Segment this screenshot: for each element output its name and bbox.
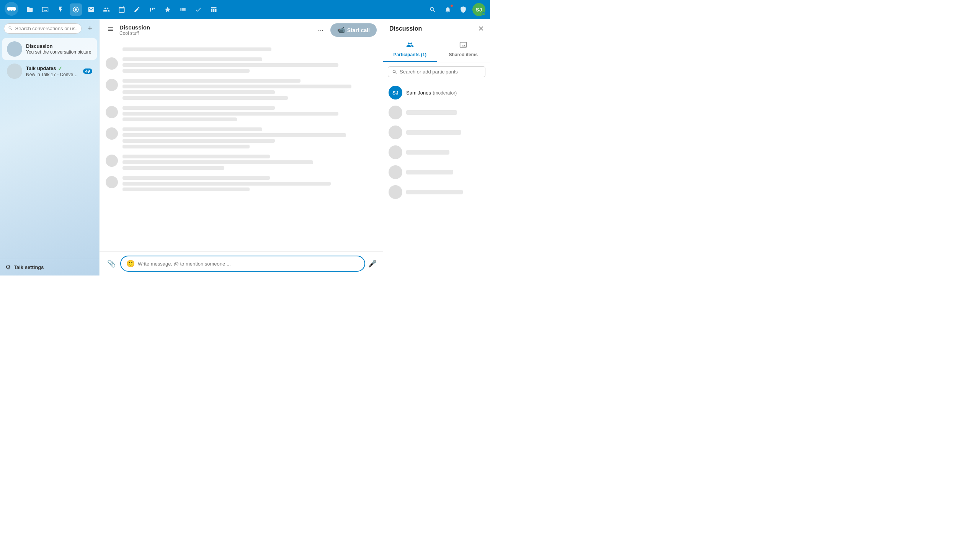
admin-icon[interactable] [457, 3, 469, 16]
message-input-wrap: 🙂 [120, 256, 365, 272]
message-line [122, 160, 313, 164]
close-panel-button[interactable]: ✕ [478, 24, 484, 33]
placeholder-name-line [406, 110, 457, 115]
placeholder-line [122, 47, 271, 51]
placeholder-avatar [389, 145, 402, 159]
message-line [122, 166, 224, 170]
toggle-sidebar-button[interactable] [106, 24, 116, 36]
placeholder-avatar [389, 165, 402, 179]
search-input[interactable] [15, 26, 77, 31]
discussion-subtitle: You set the conversation picture [26, 49, 92, 55]
sidebar-item-talk-updates[interactable]: Talk updates ✓ New in Talk 17 - Convers.… [2, 60, 97, 82]
message-line [122, 187, 250, 191]
notifications-icon[interactable] [442, 3, 454, 16]
discussion-title: Discussion [26, 43, 92, 49]
discussion-avatar [7, 41, 22, 57]
talk-updates-title: Talk updates ✓ [26, 65, 79, 72]
panel-tabs: Participants (1) Shared items [383, 37, 490, 62]
message-line [122, 106, 275, 110]
talk-updates-subtitle: New in Talk 17 - Convers... [26, 72, 79, 77]
placeholder-name-line [406, 150, 449, 155]
placeholder-avatar [389, 126, 402, 139]
photos-icon[interactable] [39, 3, 51, 16]
discussion-info: Discussion You set the conversation pict… [26, 43, 92, 55]
mail-icon[interactable] [85, 3, 97, 16]
talk-updates-info: Talk updates ✓ New in Talk 17 - Convers.… [26, 65, 79, 77]
talk-icon[interactable] [70, 3, 82, 16]
message-avatar [106, 106, 118, 118]
add-participants-input[interactable] [400, 69, 481, 75]
shared-items-tab-icon [459, 41, 467, 51]
shared-items-tab-label: Shared items [449, 52, 478, 57]
sidebar-search-row: + [0, 19, 99, 36]
mic-button[interactable]: 🎤 [368, 259, 377, 268]
participants-search[interactable] [388, 66, 485, 77]
bookmarks-icon[interactable] [162, 3, 174, 16]
settings-icon: ⚙ [5, 264, 11, 271]
new-conversation-button[interactable]: + [85, 23, 95, 34]
placeholder-info [406, 150, 485, 155]
chat-input-area: 📎 🙂 🎤 [100, 251, 383, 276]
search-icon[interactable] [426, 3, 439, 16]
start-call-button[interactable]: 📹 Start call [330, 23, 377, 37]
participant-list: SJ Sam Jones (moderator) [383, 81, 490, 276]
message-avatar [106, 176, 118, 188]
nextcloud-logo[interactable] [5, 2, 18, 17]
avatar-initials: SJ [476, 7, 482, 13]
chat-title: Discussion [119, 24, 310, 31]
right-panel: Discussion ✕ Participants (1) Shared ite… [383, 19, 490, 276]
message-line [122, 96, 288, 100]
message-line [122, 69, 250, 73]
list-item [383, 122, 490, 142]
checklist-icon[interactable] [192, 3, 204, 16]
placeholder-avatar [389, 106, 402, 119]
message-line [122, 139, 275, 143]
deck-icon[interactable] [146, 3, 158, 16]
sam-jones-name: Sam Jones [406, 90, 431, 96]
message-group [106, 106, 377, 121]
sam-jones-info: Sam Jones (moderator) [406, 89, 457, 96]
chat-messages [100, 41, 383, 251]
tables-icon[interactable] [207, 3, 220, 16]
chat-more-button[interactable]: ··· [314, 24, 327, 36]
placeholder-info [406, 170, 485, 174]
calendar-icon[interactable] [116, 3, 128, 16]
message-group [106, 57, 377, 73]
notes-icon[interactable] [131, 3, 143, 16]
message-avatar [106, 155, 118, 167]
files-icon[interactable] [24, 3, 36, 16]
emoji-button[interactable]: 🙂 [126, 259, 135, 268]
participant-sam-jones: SJ Sam Jones (moderator) [383, 83, 490, 103]
message-line [122, 79, 301, 83]
list-item [383, 182, 490, 202]
activity-icon[interactable] [54, 3, 67, 16]
message-line [122, 127, 262, 131]
conversations-search[interactable] [4, 23, 82, 34]
message-group [106, 127, 377, 148]
tasks-icon[interactable] [177, 3, 189, 16]
message-group [106, 79, 377, 100]
message-lines [122, 127, 377, 148]
placeholder-name-line [406, 130, 461, 135]
tab-shared-items[interactable]: Shared items [437, 37, 490, 62]
chat-header: Discussion Cool stuff ··· 📹 Start call [100, 19, 383, 41]
sam-jones-avatar: SJ [389, 86, 402, 99]
talk-settings-row[interactable]: ⚙ Talk settings [0, 259, 99, 276]
placeholder-info [406, 190, 485, 194]
attach-button[interactable]: 📎 [106, 258, 117, 269]
message-line [122, 176, 270, 180]
video-call-icon: 📹 [337, 26, 345, 34]
sidebar: + Discussion You set the conversation pi… [0, 19, 100, 276]
message-group [106, 155, 377, 170]
user-avatar[interactable]: SJ [472, 3, 485, 16]
message-lines [122, 57, 377, 73]
message-line [122, 90, 275, 94]
tab-participants[interactable]: Participants (1) [383, 37, 437, 62]
svg-point-3 [10, 7, 13, 11]
message-input[interactable] [138, 261, 359, 267]
contacts-icon[interactable] [100, 3, 113, 16]
placeholder-info [406, 110, 485, 115]
sidebar-item-discussion[interactable]: Discussion You set the conversation pict… [2, 38, 97, 60]
message-line [122, 85, 351, 88]
placeholder-avatar [389, 185, 402, 199]
